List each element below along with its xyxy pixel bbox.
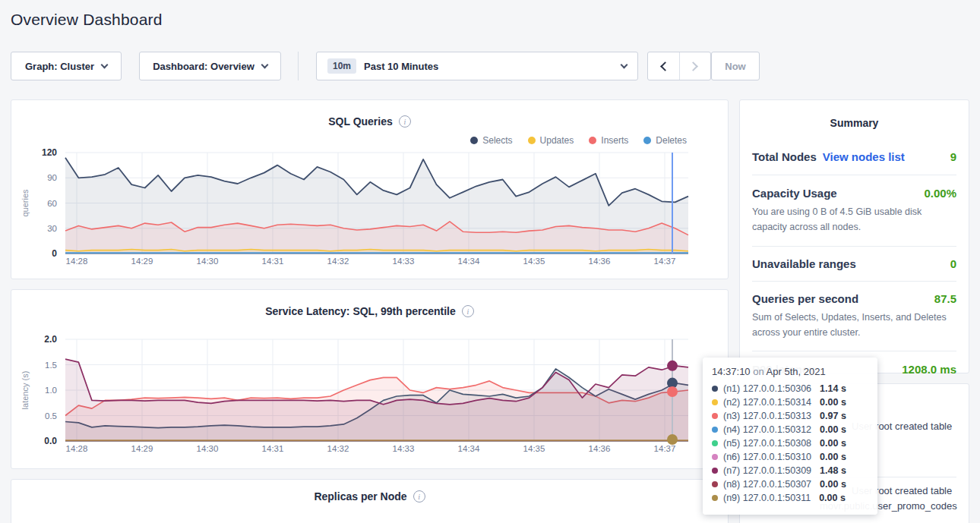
tooltip-node-address: (n9) 127.0.0.1:50311 [723, 493, 811, 503]
svg-text:14:32: 14:32 [327, 257, 349, 266]
series-dot [712, 481, 718, 487]
svg-text:14:28: 14:28 [66, 257, 88, 266]
tooltip-node-address: (n2) 127.0.0.1:50314 [723, 397, 811, 408]
toolbar-divider [298, 52, 299, 80]
total-nodes-value: 9 [950, 150, 956, 163]
tooltip-node-value: 0.00 s [820, 438, 846, 449]
separator [752, 351, 956, 351]
tooltip-time: 14:37:10 [712, 366, 751, 377]
svg-text:30: 30 [47, 224, 57, 233]
series-dot [712, 427, 718, 433]
queries-per-second-value: 87.5 [934, 292, 956, 305]
summary-title: Summary [752, 117, 956, 129]
svg-text:14:35: 14:35 [523, 257, 545, 266]
prev-time-button[interactable] [648, 52, 679, 80]
summary-panel: Summary Total Nodes View nodes list 9 Ca… [739, 99, 969, 373]
tooltip-node-address: (n4) 127.0.0.1:50312 [723, 424, 811, 435]
svg-text:queries: queries [21, 189, 30, 217]
tooltip-node-row: (n6) 127.0.0.1:503100.00 s [712, 450, 868, 464]
capacity-usage-value: 0.00% [924, 187, 956, 200]
unavailable-ranges-value: 0 [950, 257, 956, 270]
tooltip-node-value: 0.00 s [820, 424, 846, 435]
svg-text:14:37: 14:37 [654, 257, 676, 266]
info-icon[interactable] [413, 490, 425, 503]
tooltip-node-row: (n3) 127.0.0.1:503130.97 s [712, 409, 868, 423]
svg-text:latency (s): latency (s) [21, 371, 30, 410]
separator [752, 281, 956, 282]
service-latency-card: Service Latency: SQL, 99th percentile 14… [11, 289, 729, 469]
svg-text:90: 90 [47, 173, 57, 182]
tooltip-node-list: (n1) 127.0.0.1:503061.14 s(n2) 127.0.0.1… [712, 382, 868, 505]
separator [752, 246, 956, 247]
tooltip-node-row: (n2) 127.0.0.1:503140.00 s [712, 395, 868, 409]
tooltip-node-value: 0.00 s [820, 397, 846, 408]
svg-text:14:33: 14:33 [393, 257, 415, 266]
svg-text:14:31: 14:31 [262, 257, 284, 266]
total-nodes-row: Total Nodes View nodes list 9 [752, 150, 956, 163]
tooltip-node-row: (n1) 127.0.0.1:503061.14 s [712, 382, 868, 395]
tooltip-node-address: (n7) 127.0.0.1:50309 [723, 465, 811, 476]
tooltip-node-address: (n5) 127.0.0.1:50308 [723, 438, 811, 449]
chevron-down-icon [261, 61, 268, 68]
series-dot [712, 399, 718, 405]
tooltip-node-row: (n7) 127.0.0.1:503091.48 s [712, 464, 868, 477]
series-dot [712, 413, 718, 419]
queries-per-second-row: Queries per second 87.5 [752, 292, 956, 305]
time-range-label: Past 10 Minutes [364, 61, 438, 72]
capacity-usage-description: You are using 0 B of 4.5 GiB usable disk… [752, 204, 956, 235]
svg-text:14:31: 14:31 [262, 444, 284, 453]
p99-latency-value: 1208.0 ms [902, 363, 956, 376]
series-dot [712, 454, 718, 460]
svg-text:14:35: 14:35 [523, 444, 545, 453]
svg-text:0: 0 [52, 248, 57, 259]
tooltip-node-value: 0.97 s [820, 411, 846, 421]
series-dot [712, 440, 718, 446]
tooltip-node-value: 0.00 s [820, 452, 846, 462]
svg-text:120: 120 [42, 147, 57, 158]
dashboard-dropdown[interactable]: Dashboard: Overview [139, 52, 281, 80]
tooltip-on-word: on [753, 366, 763, 377]
overview-dashboard-page: Overview Dashboard Graph: Cluster Dashbo… [0, 0, 980, 523]
svg-text:14:30: 14:30 [197, 444, 219, 453]
svg-text:14:37: 14:37 [654, 444, 676, 453]
time-range-badge: 10m [327, 58, 356, 74]
chevron-left-icon [660, 61, 670, 71]
chevron-down-icon [101, 61, 109, 68]
time-step-buttons [647, 52, 711, 80]
svg-text:60: 60 [47, 199, 57, 208]
svg-text:14:33: 14:33 [393, 444, 415, 453]
tooltip-node-row: (n8) 127.0.0.1:503070.00 s [712, 477, 868, 491]
separator [752, 175, 956, 175]
next-time-button[interactable] [679, 52, 711, 80]
capacity-usage-row: Capacity Usage 0.00% [752, 187, 956, 200]
capacity-usage-label: Capacity Usage [752, 187, 837, 200]
tooltip-node-row: (n4) 127.0.0.1:503120.00 s [712, 423, 868, 436]
graph-scope-dropdown[interactable]: Graph: Cluster [11, 52, 122, 80]
now-button-label: Now [725, 61, 745, 72]
series-dot [712, 386, 718, 392]
svg-text:0.5: 0.5 [45, 411, 57, 421]
replicas-per-node-card: Replicas per Node [11, 479, 729, 523]
svg-text:14:29: 14:29 [131, 444, 153, 453]
time-range-dropdown[interactable]: 10m Past 10 Minutes [316, 52, 638, 80]
tooltip-node-address: (n1) 127.0.0.1:50306 [723, 383, 811, 394]
svg-text:14:34: 14:34 [458, 444, 480, 453]
tooltip-date: Apr 5th, 2021 [767, 366, 826, 377]
service-latency-chart[interactable]: 14:2814:2914:3014:3114:3214:3314:3414:35… [11, 290, 728, 468]
replicas-per-node-title: Replicas per Node [11, 490, 728, 503]
chevron-down-icon [621, 61, 628, 68]
chart-title-text: Replicas per Node [314, 490, 406, 503]
now-button[interactable]: Now [711, 52, 760, 80]
tooltip-node-value: 0.00 s [820, 479, 846, 490]
unavailable-ranges-label: Unavailable ranges [752, 257, 856, 270]
svg-text:14:28: 14:28 [66, 444, 88, 453]
tooltip-node-address: (n3) 127.0.0.1:50313 [723, 411, 811, 421]
svg-text:14:36: 14:36 [589, 257, 611, 266]
svg-text:14:30: 14:30 [197, 257, 219, 266]
chevron-right-icon [688, 61, 698, 71]
series-dot [712, 468, 718, 474]
svg-text:1.0: 1.0 [45, 386, 57, 395]
tooltip-node-address: (n8) 127.0.0.1:50307 [723, 479, 811, 490]
sql-queries-chart[interactable]: 14:2814:2914:3014:3114:3214:3314:3414:35… [11, 100, 728, 279]
view-nodes-list-link[interactable]: View nodes list [823, 150, 905, 163]
